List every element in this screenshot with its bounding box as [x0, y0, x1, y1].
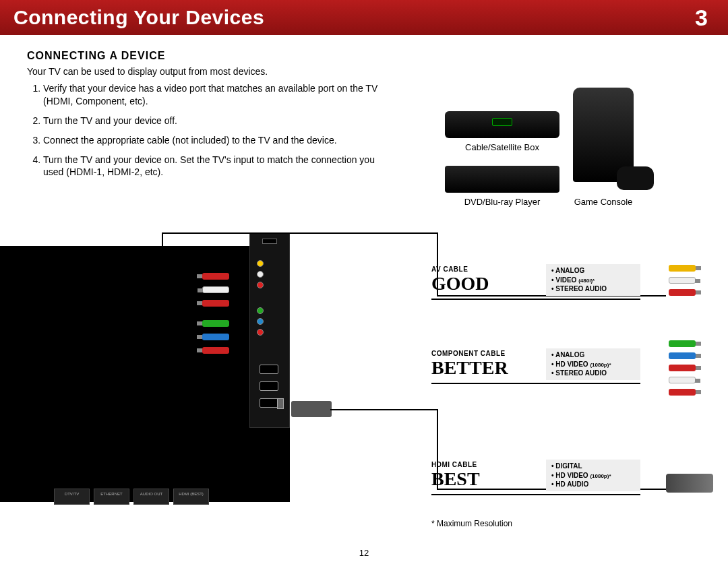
plug-green-icon [669, 340, 696, 347]
plug-red-icon [669, 289, 696, 296]
wire [162, 347, 202, 348]
game-console-label: Game Console [574, 197, 633, 207]
plug-red-icon [669, 389, 696, 396]
av-plugs-left [202, 273, 229, 307]
quality-good: AV CABLE GOOD • ANALOG • VIDEO (480i)* •… [431, 263, 640, 300]
plug-yellow-icon [669, 265, 696, 272]
best-spec2: • HD VIDEO (1080p)* [551, 471, 635, 480]
rca-red2-icon [257, 329, 264, 336]
quality-best: HDMI CABLE BEST • DIGITAL • HD VIDEO (10… [431, 458, 640, 495]
av-plugs-right [669, 265, 696, 296]
component-ports [257, 307, 264, 336]
av-ports [257, 260, 264, 288]
rca-blue-icon [257, 318, 264, 325]
device-console-col: Game Console [573, 88, 634, 207]
component-plugs-right [669, 340, 696, 396]
plug-green-icon [202, 320, 229, 327]
step-4: Turn the TV and your device on. Set the … [43, 154, 398, 179]
rca-red-icon [257, 282, 264, 288]
plug-red-icon [202, 273, 229, 280]
better-specs: • ANALOG • HD VIDEO (1080p)* • STEREO AU… [546, 348, 640, 380]
plug-white-icon [202, 286, 229, 293]
section-intro: Your TV can be used to display output fr… [27, 66, 701, 77]
quality-better: COMPONENT CABLE BETTER • ANALOG • HD VID… [431, 347, 640, 384]
good-spec3: • STEREO AUDIO [551, 284, 635, 294]
plug-blue-icon [669, 352, 696, 359]
dvd-player-label: DVD/Blu-ray Player [464, 197, 541, 207]
wire [175, 361, 202, 362]
hdmi-port-3-icon [260, 398, 278, 408]
plug-blue-icon [202, 334, 229, 340]
plug-white-icon [669, 377, 696, 383]
cable-box-icon [445, 111, 559, 138]
better-spec1: • ANALOG [551, 350, 635, 360]
usb-port-icon [262, 239, 277, 244]
chapter-title: Connecting Your Devices [13, 6, 264, 29]
hdmi-port-2-icon [260, 381, 278, 391]
steps-list: Verify that your device has a video port… [27, 82, 398, 179]
rca-yellow-icon [257, 260, 264, 267]
hdmi-plug-right-icon [666, 474, 713, 493]
good-specs: • ANALOG • VIDEO (480i)* • STEREO AUDIO [546, 264, 640, 296]
rca-green-icon [257, 307, 264, 314]
chapter-number: 3 [695, 5, 708, 31]
plug-red2-icon [202, 300, 229, 307]
better-spec3: • STEREO AUDIO [551, 369, 635, 378]
port-audio-out: AUDIO OUT [133, 489, 169, 505]
usb-port-2-icon [277, 398, 284, 409]
game-console-icon [573, 88, 634, 182]
wire [175, 320, 177, 361]
port-dtv: DTV/TV [54, 489, 90, 505]
good-spec2: • VIDEO (480i)* [551, 276, 635, 285]
plug-white-icon [669, 277, 696, 284]
port-hdmi-best: HDMI (BEST) [173, 489, 209, 505]
step-2: Turn the TV and your device off. [43, 115, 398, 127]
chapter-header: Connecting Your Devices 3 [0, 0, 728, 35]
best-spec3: • HD AUDIO [551, 480, 635, 489]
tv-body: DTV/TV ETHERNET AUDIO OUT HDMI (BEST) [0, 246, 290, 502]
best-specs: • DIGITAL • HD VIDEO (1080p)* • HD AUDIO [546, 460, 640, 491]
step-3: Connect the appropriate cable (not inclu… [43, 134, 398, 147]
device-examples: Cable/Satellite Box DVD/Blu-ray Player G… [445, 88, 701, 207]
wire [162, 232, 163, 347]
footnote: * Maximum Resolution [431, 519, 512, 528]
connection-diagram: DTV/TV ETHERNET AUDIO OUT HDMI (BEST) [0, 239, 728, 529]
best-spec1: • DIGITAL [551, 462, 635, 471]
dvd-player-icon [445, 166, 559, 193]
better-spec2: • HD VIDEO (1080p)* [551, 360, 635, 369]
hdmi-plug-left-icon [291, 401, 332, 417]
component-plugs-left [202, 320, 229, 354]
wire [330, 409, 438, 410]
plug-red-icon [669, 365, 696, 371]
side-port-panel [249, 232, 290, 428]
device-cable-col: Cable/Satellite Box DVD/Blu-ray Player [445, 111, 559, 207]
section-title: CONNECTING A DEVICE [27, 50, 701, 62]
plug-red3-icon [202, 347, 229, 354]
bottom-ports: DTV/TV ETHERNET AUDIO OUT HDMI (BEST) [54, 489, 209, 505]
rca-white-icon [257, 271, 264, 278]
hdmi-port-1-icon [260, 365, 278, 374]
cable-box-label: Cable/Satellite Box [465, 142, 539, 152]
port-ethernet: ETHERNET [94, 489, 129, 505]
good-spec1: • ANALOG [551, 266, 635, 276]
step-1: Verify that your device has a video port… [43, 82, 398, 108]
wire [162, 232, 438, 234]
page-number: 12 [359, 548, 369, 558]
